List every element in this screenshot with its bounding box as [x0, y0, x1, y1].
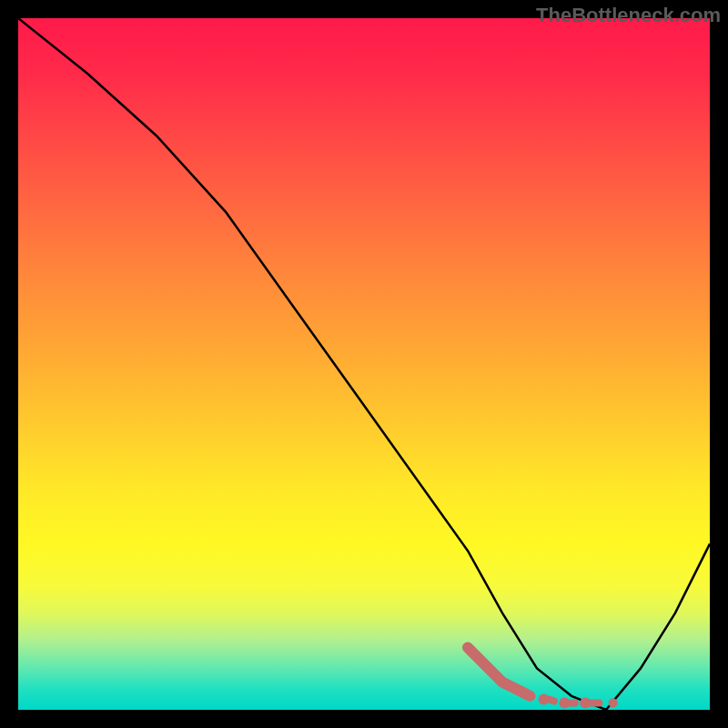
highlight-dot: [609, 698, 618, 707]
highlight-segment: [468, 648, 530, 696]
curve-path: [18, 18, 710, 710]
watermark-text: TheBottleneck.com: [536, 4, 721, 27]
highlight-dots: [468, 648, 618, 709]
main-curve: [18, 18, 710, 710]
chart-svg: [18, 18, 710, 710]
plot-area: [18, 18, 710, 710]
highlight-dash: [550, 700, 554, 702]
